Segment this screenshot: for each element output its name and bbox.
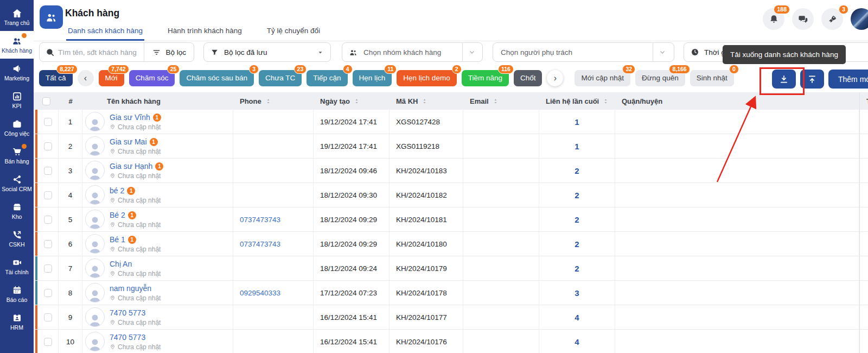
customer-name-link[interactable]: 7470 5773: [110, 333, 145, 342]
tab-hanh-trinh-khach-hang[interactable]: Hành trình khách hàng: [166, 27, 244, 41]
column-header-code[interactable]: Mã KH: [390, 92, 463, 110]
sort-icon[interactable]: [492, 98, 499, 105]
row-select-cell: [37, 330, 59, 353]
saved-filter-select[interactable]: Bộ lọc đã lưu: [203, 42, 331, 62]
sort-icon[interactable]: [265, 98, 272, 105]
upload-button[interactable]: [800, 70, 824, 89]
status-chip-cham-soc-sau-ban[interactable]: Chăm sóc sau bán3: [180, 70, 254, 86]
new-count-badge: 1: [155, 162, 163, 171]
customer-name-link[interactable]: bé 2: [110, 186, 124, 195]
status-chip-hen-lich[interactable]: Hẹn lịch11: [353, 70, 392, 86]
sidebar-item-kpi[interactable]: KPI: [0, 86, 34, 114]
customer-name-link[interactable]: Gia sư Mai: [110, 137, 147, 146]
location-pin-icon: [110, 148, 116, 154]
customer-name-link[interactable]: nam nguyễn: [110, 284, 151, 293]
status-chip-tiem-nang[interactable]: Tiềm năng116: [462, 70, 509, 86]
sidebar-item-ban-hang[interactable]: Bán hàng: [0, 142, 34, 169]
add-new-button[interactable]: Thêm mới: [828, 70, 868, 89]
messages-button[interactable]: [792, 8, 814, 30]
status-chip-tiep-can[interactable]: Tiếp cận4: [307, 70, 347, 86]
status-chip-moi[interactable]: Mới7,742: [99, 70, 124, 86]
created-date-cell: 18/12/2024 09:29: [314, 207, 390, 231]
status-chip-sinh-nhat[interactable]: Sinh nhật0: [690, 70, 734, 86]
sidebar-item-cong-viec[interactable]: Công việc: [0, 114, 34, 142]
sort-icon[interactable]: [602, 98, 609, 105]
column-header-email[interactable]: Email: [463, 92, 539, 110]
notifications-button[interactable]: 188: [763, 8, 784, 30]
customer-code: KH/2024/10181: [396, 216, 447, 224]
district-cell: [615, 256, 859, 280]
customer-name-link[interactable]: Gia sư Hạnh: [110, 162, 152, 171]
status-chip-chot[interactable]: Chốt: [514, 70, 542, 86]
sidebar-item-tai-chinh[interactable]: Tài chính: [0, 253, 34, 280]
chips-scroll-next-button[interactable]: ›: [547, 70, 563, 86]
badge-count: 3: [839, 5, 848, 14]
table-row: 8nam nguyễnChưa cập nhật092954033317/12/…: [34, 281, 868, 305]
filter-button[interactable]: Bộ lọc: [144, 48, 194, 57]
row-checkbox[interactable]: [44, 240, 52, 248]
row-checkbox[interactable]: [44, 142, 52, 150]
search-input[interactable]: [58, 48, 144, 56]
column-header-created[interactable]: Ngày tạo: [314, 92, 390, 110]
status-chip-dung-quen[interactable]: Đừng quên8,166: [635, 70, 685, 86]
sidebar-item-kho[interactable]: Kho: [0, 197, 34, 225]
new-count-badge: 1: [153, 114, 161, 122]
bar-chart-icon: [12, 91, 22, 102]
customer-name-link[interactable]: Bé 1: [110, 235, 125, 244]
user-avatar[interactable]: [851, 8, 868, 30]
customer-name-link[interactable]: Gia sư Vĩnh: [110, 113, 150, 122]
customer-name-link[interactable]: Bé 2: [110, 211, 125, 219]
sidebar-item-khach-hang[interactable]: Khách hàng: [0, 31, 34, 59]
partial-cell: [859, 256, 868, 280]
tab-ty-le-chuyen-doi[interactable]: Tỷ lệ chuyển đổi: [265, 27, 322, 41]
status-chip-hen-lich-demo[interactable]: Hẹn lịch demo2: [397, 70, 456, 86]
row-checkbox[interactable]: [44, 289, 52, 297]
column-header-phone[interactable]: Phone: [233, 92, 314, 110]
customer-code-cell: KH/2024/10178: [390, 281, 463, 305]
status-chip-moi-cap-nhat[interactable]: Mới cập nhật32: [575, 70, 630, 86]
sidebar-item-hrm[interactable]: HRM: [0, 308, 34, 336]
row-checkbox[interactable]: [44, 167, 52, 175]
sort-icon[interactable]: [353, 98, 360, 105]
customer-location: Chưa cập nhật: [118, 221, 161, 229]
column-header-last-contact[interactable]: Liên hệ lần cuối: [539, 92, 615, 110]
status-chip-tat-ca[interactable]: Tất cả8,227: [39, 70, 73, 86]
row-checkbox[interactable]: [44, 216, 52, 224]
download-button[interactable]: [772, 70, 796, 89]
customer-group-select[interactable]: Chọn nhóm khách hàng: [342, 42, 483, 62]
row-checkbox[interactable]: [44, 338, 52, 346]
row-checkbox[interactable]: [44, 313, 52, 322]
sort-icon[interactable]: [421, 98, 428, 105]
table-row: 1Gia sư Vĩnh1Chưa cập nhật19/12/2024 17:…: [34, 110, 868, 134]
customer-name-link[interactable]: Chị An: [110, 260, 132, 268]
created-date: 16/12/2024 15:41: [320, 338, 377, 346]
row-index: 8: [68, 289, 73, 297]
sidebar-item-marketing[interactable]: Marketing: [0, 59, 34, 86]
download-tooltip: Tải xuống danh sách khách hàng: [723, 45, 846, 64]
chip-label: Hẹn lịch demo: [403, 74, 450, 82]
row-index-cell: 2: [59, 134, 82, 158]
sidebar-item-bao-cao[interactable]: Báo cáo: [0, 280, 34, 308]
chips-scroll-prev-button[interactable]: ‹: [78, 70, 94, 86]
phone-link[interactable]: 0737473743: [240, 240, 280, 248]
row-index: 1: [68, 118, 73, 126]
email-cell: [463, 232, 539, 256]
row-checkbox[interactable]: [44, 118, 52, 126]
customer-name-link[interactable]: 7470 5773: [110, 308, 145, 317]
updates-button[interactable]: 3: [821, 8, 843, 30]
sidebar-item-social-crm[interactable]: Social CRM: [0, 169, 34, 197]
customer-code-cell: KH/2024/10181: [390, 207, 463, 231]
row-checkbox[interactable]: [44, 191, 52, 199]
last-contact-cell: 4: [539, 305, 615, 329]
sidebar-item-cskh[interactable]: CSKH: [0, 225, 34, 253]
location-pin-icon: [110, 270, 116, 276]
status-chip-cham-soc[interactable]: Chăm sóc25: [129, 70, 175, 86]
assignee-select[interactable]: Chọn người phụ trách: [493, 42, 674, 62]
status-chip-chua-tc[interactable]: Chưa TC23: [259, 70, 302, 86]
sidebar-item-trang-chu[interactable]: Trang chủ: [0, 3, 34, 31]
select-all-checkbox[interactable]: [42, 97, 50, 105]
tab-danh-sach-khach-hang[interactable]: Danh sách khách hàng: [66, 27, 144, 41]
phone-link[interactable]: 0929540333: [240, 289, 280, 297]
phone-link[interactable]: 0737473743: [240, 216, 280, 224]
row-checkbox[interactable]: [44, 264, 52, 273]
